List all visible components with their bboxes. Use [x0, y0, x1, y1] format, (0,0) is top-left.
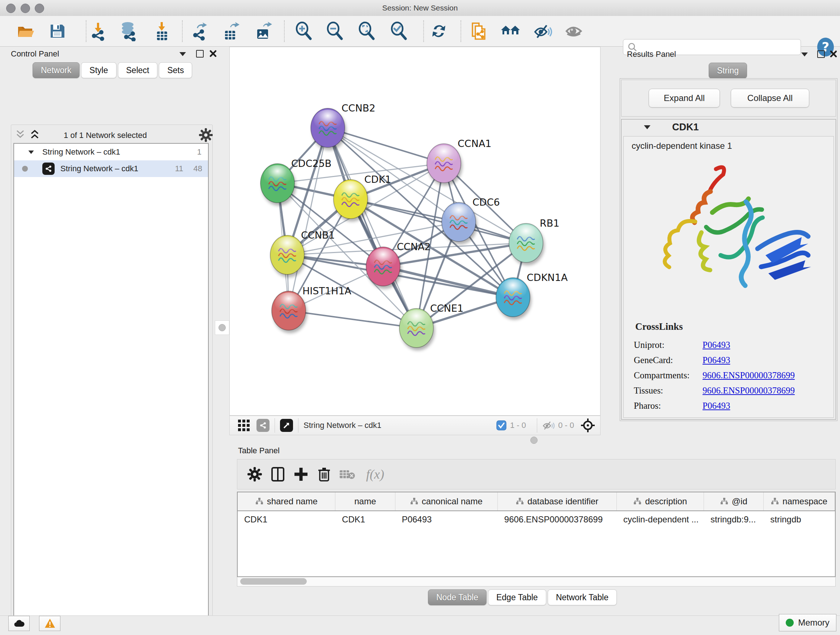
- function-builder-button[interactable]: f(x): [359, 463, 392, 486]
- canvas-toolbar-separator: [537, 418, 537, 432]
- network-status-dot: [22, 166, 28, 172]
- tab-edge-table[interactable]: Edge Table: [488, 589, 546, 605]
- import-network-from-database-button[interactable]: [118, 20, 139, 42]
- cloud-button[interactable]: [8, 616, 30, 631]
- warnings-button[interactable]: [39, 616, 60, 631]
- hidden-eye-slash-icon[interactable]: [542, 420, 554, 431]
- network-node-HIST1H1A[interactable]: HIST1H1A: [272, 285, 352, 333]
- column-header-canonical-name[interactable]: canonical name: [395, 492, 498, 510]
- first-neighbors-button[interactable]: [500, 20, 521, 42]
- delete-table-button[interactable]: [336, 463, 359, 486]
- hidden-node-edge-counts: 0 - 0: [558, 421, 574, 430]
- table-cell[interactable]: stringdb: [764, 511, 835, 528]
- horizontal-splitter[interactable]: [229, 435, 600, 445]
- results-tab-string[interactable]: String: [709, 63, 747, 79]
- column-header-@id[interactable]: @id: [704, 492, 764, 510]
- grid-view-icon[interactable]: [238, 419, 250, 432]
- hide-selected-button[interactable]: [531, 20, 553, 42]
- table-cell[interactable]: CDK1: [238, 511, 335, 528]
- title-bar: Session: New Session: [0, 0, 840, 16]
- network-collection-row[interactable]: String Network – cdk1 1: [14, 144, 208, 160]
- column-header-shared-name[interactable]: shared name: [238, 492, 335, 510]
- export-network-button[interactable]: [188, 20, 210, 42]
- network-list: String Network – cdk1 1 String Network –…: [13, 143, 209, 635]
- delete-column-button[interactable]: [313, 463, 336, 486]
- network-edge-CCNB2-HIST1H1A[interactable]: [289, 128, 328, 310]
- network-options-gear-icon[interactable]: [199, 128, 213, 142]
- zoom-fit-button[interactable]: [356, 20, 378, 42]
- tab-select[interactable]: Select: [118, 62, 158, 78]
- memory-button[interactable]: Memory: [779, 614, 836, 631]
- crosslink-row: GeneCard:P06493: [634, 355, 833, 365]
- tab-sets[interactable]: Sets: [159, 62, 192, 78]
- network-node-CDC6[interactable]: CDC6: [442, 196, 500, 244]
- crosslink-value[interactable]: 9606.ENSP00000378699: [703, 386, 795, 396]
- network-view-icon[interactable]: [256, 419, 270, 432]
- crosslink-value[interactable]: P06493: [703, 355, 730, 365]
- collapse-all-button[interactable]: Collapse All: [731, 89, 809, 108]
- zoom-selected-button[interactable]: [388, 20, 410, 42]
- network-node-CCNE1[interactable]: CCNE1: [399, 302, 463, 350]
- collection-expand-icon[interactable]: [28, 150, 34, 154]
- export-image-button[interactable]: [252, 20, 273, 42]
- column-header-description[interactable]: description: [617, 492, 704, 510]
- table-settings-button[interactable]: [243, 463, 266, 486]
- network-canvas[interactable]: CCNB2CCNA1CDC25BCDK1CDC6RB1CCNB1CCNA2CDK…: [229, 47, 600, 416]
- column-header-database-identifier[interactable]: database identifier: [498, 492, 617, 510]
- table-cell[interactable]: P06493: [395, 511, 498, 528]
- import-network-file-button[interactable]: [87, 20, 109, 42]
- crosslink-value[interactable]: 9606.ENSP00000378699: [703, 371, 795, 380]
- panel-float-icon[interactable]: [196, 50, 204, 57]
- panel-menu-icon[interactable]: [801, 52, 808, 57]
- table-cell[interactable]: 9606.ENSP00000378699: [498, 511, 617, 528]
- detach-view-button[interactable]: [280, 419, 293, 432]
- column-header-label: name: [354, 496, 376, 507]
- left-splitter[interactable]: [214, 46, 229, 616]
- table-cell[interactable]: CDK1: [335, 511, 395, 528]
- network-node-CDKN1A[interactable]: CDKN1A: [496, 272, 568, 320]
- column-header-name[interactable]: name: [335, 492, 395, 510]
- tab-style[interactable]: Style: [81, 62, 116, 78]
- entry-collapse-icon[interactable]: [644, 125, 651, 129]
- entry-description: cyclin-dependent kinase 1: [632, 141, 732, 151]
- network-row[interactable]: String Network – cdk1 11 48: [14, 160, 208, 177]
- trash-icon: [317, 466, 331, 482]
- network-edge-CCNB2-CCNE1[interactable]: [328, 128, 416, 328]
- zoom-out-button[interactable]: [324, 20, 346, 42]
- table-hscrollbar[interactable]: [237, 577, 836, 586]
- crosslink-value[interactable]: P06493: [703, 401, 730, 411]
- table-cell[interactable]: stringdb:9...: [704, 511, 764, 528]
- column-header-namespace[interactable]: namespace: [764, 492, 835, 510]
- panel-float-icon[interactable]: [817, 50, 825, 58]
- horizontal-splitter-handle[interactable]: [531, 437, 538, 444]
- table-hscrollbar-thumb[interactable]: [240, 578, 307, 585]
- node-label-CCNB1: CCNB1: [301, 230, 335, 241]
- save-session-button[interactable]: [46, 20, 68, 42]
- network-node-CCNB2[interactable]: CCNB2: [311, 103, 376, 150]
- crosslink-value[interactable]: P06493: [703, 340, 730, 350]
- network-edge-CCNE1-HIST1H1A[interactable]: [289, 310, 416, 328]
- panel-close-icon[interactable]: [829, 50, 837, 58]
- network-node-CDK1[interactable]: CDK1: [333, 174, 392, 222]
- import-table-button[interactable]: [151, 20, 172, 42]
- tab-network-table[interactable]: Network Table: [548, 589, 617, 605]
- zoom-in-button[interactable]: [293, 20, 315, 42]
- tab-node-table[interactable]: Node Table: [428, 589, 486, 605]
- clone-network-button[interactable]: [467, 20, 489, 42]
- refresh-button[interactable]: [428, 20, 450, 42]
- left-splitter-handle[interactable]: [215, 320, 229, 335]
- column-header-label: shared name: [267, 496, 317, 507]
- show-all-button[interactable]: [563, 20, 584, 42]
- show-columns-button[interactable]: [266, 463, 289, 486]
- open-session-button[interactable]: [14, 20, 36, 42]
- birds-eye-view-icon[interactable]: [581, 418, 595, 432]
- warning-icon: [44, 618, 55, 629]
- export-table-button[interactable]: [219, 20, 241, 42]
- expand-all-button[interactable]: Expand All: [649, 89, 720, 108]
- add-column-button[interactable]: [289, 463, 313, 486]
- table-cell[interactable]: cyclin-dependent ...: [617, 511, 704, 528]
- network-node-RB1[interactable]: RB1: [509, 218, 559, 265]
- selected-checkbox-icon[interactable]: [496, 420, 507, 431]
- panel-menu-icon[interactable]: [180, 52, 186, 56]
- tab-network[interactable]: Network: [33, 62, 80, 78]
